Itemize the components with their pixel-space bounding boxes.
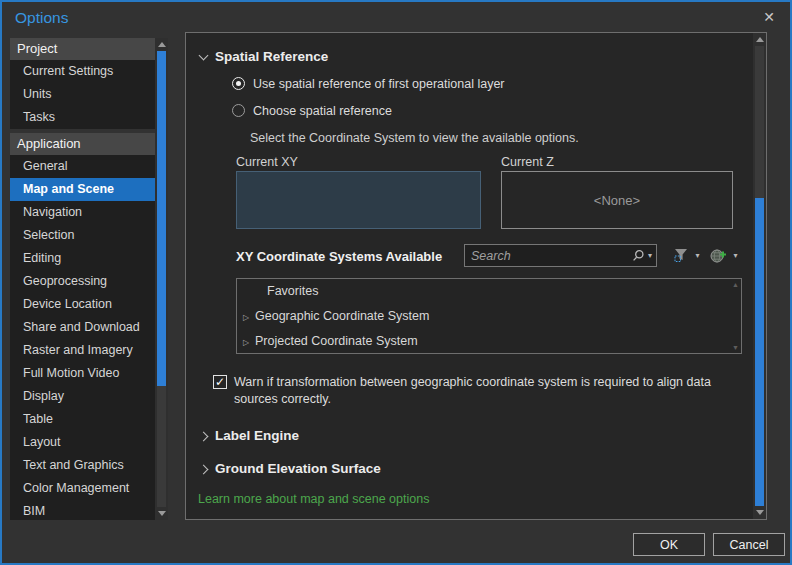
radio-unselected-icon[interactable] <box>232 104 245 117</box>
sidebar-item-display[interactable]: Display <box>10 385 155 408</box>
radio-label: Choose spatial reference <box>253 104 392 118</box>
cancel-button[interactable]: Cancel <box>713 533 785 556</box>
globe-add-icon <box>710 248 727 264</box>
section-label-engine[interactable]: Label Engine <box>200 428 299 443</box>
sidebar-item-color-management[interactable]: Color Management <box>10 477 155 500</box>
sidebar-item-bim[interactable]: BIM <box>10 500 155 520</box>
sidebar-item-current-settings[interactable]: Current Settings <box>10 60 155 83</box>
search-icon[interactable] <box>632 249 645 262</box>
title-bar: Options ✕ <box>2 2 790 34</box>
current-z-value: <None> <box>594 193 640 208</box>
list-item-favorites[interactable]: Favorites <box>237 279 741 304</box>
filter-caret-icon[interactable]: ▾ <box>695 251 699 260</box>
checkbox-checked-icon[interactable]: ✓ <box>213 375 227 389</box>
list-item-geographic[interactable]: ▷Geographic Coordinate System <box>237 304 741 329</box>
sidebar-item-selection[interactable]: Selection <box>10 224 155 247</box>
coordinate-systems-list: Favorites ▷Geographic Coordinate System … <box>236 278 742 354</box>
scroll-up-icon[interactable] <box>158 42 166 47</box>
expander-icon[interactable]: ▷ <box>237 330 255 355</box>
radio-use-first-layer[interactable]: Use spatial reference of first operation… <box>232 77 505 91</box>
radio-label: Use spatial reference of first operation… <box>253 77 505 91</box>
sidebar-item-raster-and-imagery[interactable]: Raster and Imagery <box>10 339 155 362</box>
ok-button[interactable]: OK <box>633 533 705 556</box>
sidebar-scrollbar[interactable] <box>155 38 168 520</box>
coordinate-system-hint: Select the Coordinate System to view the… <box>250 131 579 145</box>
list-item-label: Geographic Coordinate System <box>255 309 429 323</box>
current-xy-label: Current XY <box>236 155 298 169</box>
sidebar-item-tasks[interactable]: Tasks <box>10 106 155 129</box>
list-item-label: Projected Coordinate System <box>255 334 418 348</box>
sidebar-item-full-motion-video[interactable]: Full Motion Video <box>10 362 155 385</box>
search-input[interactable] <box>471 249 632 263</box>
sidebar-item-text-and-graphics[interactable]: Text and Graphics <box>10 454 155 477</box>
warn-transformation-label: Warn if transformation between geographi… <box>234 374 749 408</box>
scroll-down-icon[interactable] <box>158 511 166 516</box>
chevron-down-icon <box>199 51 209 61</box>
globe-caret-icon[interactable]: ▾ <box>733 251 737 260</box>
settings-panel: Spatial Reference Use spatial reference … <box>185 32 767 520</box>
expander-icon[interactable]: ▷ <box>237 305 255 330</box>
radio-selected-icon[interactable] <box>232 77 245 90</box>
xy-available-label: XY Coordinate Systems Available <box>236 249 442 264</box>
current-z-label: Current Z <box>501 155 554 169</box>
sidebar-item-share-and-download[interactable]: Share and Download <box>10 316 155 339</box>
chevron-right-icon <box>199 465 209 475</box>
scroll-down-icon[interactable] <box>756 510 764 515</box>
list-scroll-up-icon[interactable]: ▲ <box>732 281 739 288</box>
warn-transformation-row: ✓ Warn if transformation between geograp… <box>213 374 749 408</box>
sidebar: Project Current Settings Units Tasks App… <box>10 38 168 520</box>
filter-icon <box>674 248 689 263</box>
section-ground-elevation-surface[interactable]: Ground Elevation Surface <box>200 461 381 476</box>
filter-button[interactable]: ▾ <box>672 244 702 267</box>
list-item-label: Favorites <box>267 284 318 298</box>
sidebar-item-device-location[interactable]: Device Location <box>10 293 155 316</box>
chevron-right-icon <box>199 432 209 442</box>
sidebar-item-general[interactable]: General <box>10 155 155 178</box>
search-caret-icon[interactable]: ▾ <box>648 251 652 260</box>
sidebar-scroll-thumb[interactable] <box>157 51 166 386</box>
options-dialog: Options ✕ Project Current Settings Units… <box>0 0 792 565</box>
section-title: Label Engine <box>215 428 299 443</box>
section-title: Spatial Reference <box>215 49 328 64</box>
sidebar-item-map-and-scene[interactable]: Map and Scene <box>10 178 155 201</box>
main-scrollbar[interactable] <box>753 33 766 519</box>
sidebar-item-table[interactable]: Table <box>10 408 155 431</box>
sidebar-item-navigation[interactable]: Navigation <box>10 201 155 224</box>
learn-more-link[interactable]: Learn more about map and scene options <box>198 492 429 506</box>
dialog-title: Options <box>15 9 68 27</box>
list-item-projected[interactable]: ▷Projected Coordinate System <box>237 329 741 354</box>
sidebar-list: Project Current Settings Units Tasks App… <box>10 38 155 520</box>
radio-choose-spatial-reference[interactable]: Choose spatial reference <box>232 104 392 118</box>
sidebar-item-editing[interactable]: Editing <box>10 247 155 270</box>
section-title: Ground Elevation Surface <box>215 461 381 476</box>
current-z-box[interactable]: <None> <box>501 171 733 229</box>
current-xy-box[interactable] <box>236 171 481 229</box>
sidebar-item-layout[interactable]: Layout <box>10 431 155 454</box>
scroll-up-icon[interactable] <box>756 37 764 42</box>
sidebar-item-units[interactable]: Units <box>10 83 155 106</box>
list-scroll-down-icon[interactable]: ▼ <box>732 344 739 351</box>
section-spatial-reference[interactable]: Spatial Reference <box>200 49 328 64</box>
sidebar-item-geoprocessing[interactable]: Geoprocessing <box>10 270 155 293</box>
add-coordinate-system-button[interactable]: ▾ <box>708 244 740 267</box>
sidebar-group-project: Project <box>10 38 155 60</box>
sidebar-group-application: Application <box>10 133 155 155</box>
close-icon[interactable]: ✕ <box>760 9 778 25</box>
main-scroll-thumb[interactable] <box>755 198 764 506</box>
search-box[interactable]: ▾ <box>464 244 657 267</box>
